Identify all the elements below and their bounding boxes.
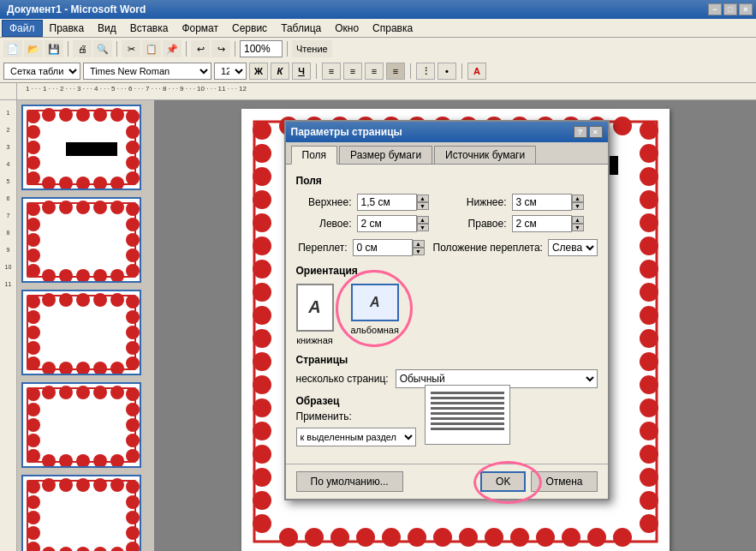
page-thumbnail-1[interactable]	[21, 105, 141, 190]
portrait-icon[interactable]: A	[296, 284, 334, 332]
menu-window[interactable]: Окно	[328, 21, 366, 36]
menu-format[interactable]: Формат	[175, 21, 225, 36]
bullets-button[interactable]: •	[438, 63, 456, 80]
svg-point-131	[640, 375, 658, 394]
paste-button[interactable]: 📌	[163, 40, 182, 57]
default-button[interactable]: По умолчанию...	[296, 471, 403, 492]
svg-point-113	[253, 375, 271, 394]
top-margin-down[interactable]: ▼	[417, 202, 429, 210]
landscape-option[interactable]: A альбомная	[351, 284, 399, 335]
left-margin-down[interactable]: ▼	[417, 224, 429, 231]
landscape-icon[interactable]: A	[351, 284, 399, 321]
gutter-up[interactable]: ▲	[413, 240, 425, 248]
print-button[interactable]: 🖨	[73, 40, 92, 57]
copy-button[interactable]: 📋	[142, 40, 161, 57]
ok-button[interactable]: OK	[480, 471, 526, 492]
right-margin-up[interactable]: ▲	[572, 216, 584, 224]
top-margin-up[interactable]: ▲	[417, 195, 429, 202]
open-button[interactable]: 📂	[24, 40, 43, 57]
sample-apply-select[interactable]: к выделенным раздел	[296, 428, 416, 446]
undo-button[interactable]: ↩	[191, 40, 210, 57]
sample-preview	[425, 385, 510, 445]
top-margin-spinner[interactable]: ▲ ▼	[417, 195, 429, 210]
new-button[interactable]: 📄	[3, 40, 22, 57]
svg-point-116	[253, 445, 271, 464]
svg-point-136	[640, 491, 658, 510]
align-right-button[interactable]: ≡	[365, 63, 384, 80]
cancel-button[interactable]: Отмена	[531, 471, 597, 492]
align-justify-button[interactable]: ≡	[386, 63, 405, 80]
right-margin-input[interactable]: 2 см	[512, 215, 572, 232]
dialog-titlebar-buttons: ? ×	[574, 126, 603, 138]
fmt-sep-1	[316, 63, 317, 79]
menu-table[interactable]: Таблица	[274, 21, 328, 36]
gutter-pos-row: Положение переплета: Слева	[433, 239, 598, 256]
minimize-button[interactable]: −	[708, 3, 722, 15]
color-button[interactable]: A	[467, 63, 486, 80]
zoom-input[interactable]	[240, 40, 283, 57]
separator-3	[186, 41, 187, 57]
menu-edit[interactable]: Правка	[43, 21, 92, 36]
top-margin-input[interactable]: 1,5 см	[357, 194, 417, 211]
page-thumbnail-3[interactable]	[21, 290, 141, 375]
page-thumbnail-5[interactable]	[21, 475, 141, 551]
left-margin-spinner[interactable]: ▲ ▼	[417, 216, 429, 231]
dialog-help-button[interactable]: ?	[574, 126, 587, 138]
svg-point-159	[459, 528, 478, 547]
gutter-down[interactable]: ▼	[413, 248, 425, 255]
left-margin-input[interactable]: 2 см	[357, 215, 417, 232]
page-thumbnail-2[interactable]	[21, 197, 141, 283]
left-margin-up[interactable]: ▲	[417, 216, 429, 224]
align-left-button[interactable]: ≡	[322, 63, 341, 80]
numbering-button[interactable]: ⋮	[416, 63, 435, 80]
style-selector[interactable]: Сетка таблицы	[3, 63, 80, 80]
close-button[interactable]: ×	[739, 3, 753, 15]
svg-point-122	[640, 167, 658, 186]
right-margin-down[interactable]: ▼	[572, 224, 584, 231]
top-margin-label: Верхнее:	[296, 196, 352, 208]
page-thumbnail-4[interactable]	[21, 382, 141, 468]
gutter-pos-select[interactable]: Слева	[548, 239, 598, 256]
bottom-margin-down[interactable]: ▼	[572, 202, 584, 210]
font-selector[interactable]: Times New Roman	[83, 63, 211, 80]
tab-papersource[interactable]: Источник бумаги	[434, 146, 536, 164]
menu-file[interactable]: Файл	[2, 20, 43, 37]
menu-insert[interactable]: Вставка	[123, 21, 176, 36]
redo-button[interactable]: ↪	[211, 40, 230, 57]
gutter-input[interactable]: 0 см	[353, 239, 413, 256]
font-size-selector[interactable]: 12	[214, 63, 247, 80]
svg-point-154	[330, 528, 349, 547]
menu-service[interactable]: Сервис	[225, 21, 274, 36]
menu-help[interactable]: Справка	[366, 21, 420, 36]
cut-button[interactable]: ✂	[122, 40, 140, 57]
align-center-button[interactable]: ≡	[343, 63, 362, 80]
sample-content: Применить: к выделенным раздел	[296, 410, 598, 446]
portrait-option[interactable]: A книжная	[296, 284, 334, 345]
bottom-margin-input[interactable]: 3 см	[512, 194, 572, 211]
maximize-button[interactable]: □	[723, 3, 737, 15]
dialog-close-button[interactable]: ×	[589, 126, 603, 138]
page-thumb-container-5: 5	[21, 475, 150, 551]
sample-line-2	[431, 397, 504, 399]
tab-papersize[interactable]: Размер бумаги	[339, 146, 432, 164]
bold-button[interactable]: Ж	[249, 63, 268, 80]
bottom-margin-up[interactable]: ▲	[572, 195, 584, 202]
svg-point-165	[613, 528, 632, 547]
gutter-spinner[interactable]: ▲ ▼	[413, 240, 425, 255]
italic-button[interactable]: К	[271, 63, 289, 80]
bottom-margin-label: Нижнее:	[451, 196, 507, 208]
right-margin-spinner[interactable]: ▲ ▼	[572, 216, 584, 231]
svg-point-125	[640, 237, 658, 255]
orientation-options: A книжная A альбомная	[296, 284, 598, 345]
underline-button[interactable]: Ч	[292, 63, 311, 80]
reading-button[interactable]: Чтение	[292, 40, 332, 57]
svg-point-106	[253, 213, 271, 232]
save-button[interactable]: 💾	[45, 40, 63, 57]
margins-grid: Верхнее: 1,5 см ▲ ▼ Нижнее: 3 см	[296, 194, 598, 232]
bottom-margin-spinner[interactable]: ▲ ▼	[572, 195, 584, 210]
tab-margins[interactable]: Поля	[291, 146, 338, 165]
svg-point-129	[640, 329, 658, 348]
menu-view[interactable]: Вид	[91, 21, 123, 36]
preview-button[interactable]: 🔍	[93, 40, 112, 57]
svg-point-126	[640, 260, 658, 278]
